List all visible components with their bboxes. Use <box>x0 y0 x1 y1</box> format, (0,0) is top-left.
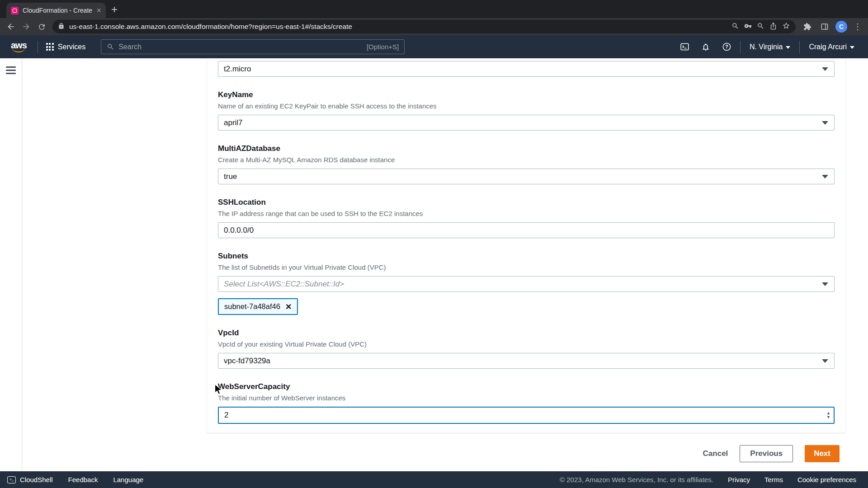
reload-icon[interactable] <box>35 20 48 33</box>
subnet-token-label: subnet-7a48af46 <box>224 302 280 311</box>
field-label: Subnets <box>218 251 835 261</box>
field-description: The IP address range that can be used to… <box>218 209 835 218</box>
tab-close-icon[interactable]: × <box>96 6 101 14</box>
cloudshell-icon[interactable] <box>674 35 695 58</box>
field-label: KeyName <box>218 90 835 99</box>
tab-title: CloudFormation - Create Stack <box>23 7 92 14</box>
webservercapacity-input[interactable] <box>218 407 835 424</box>
cloudformation-favicon <box>11 7 19 14</box>
instancetype-select[interactable]: t2.micro <box>218 61 835 77</box>
services-menu[interactable]: Services <box>41 35 91 58</box>
sshlocation-input[interactable] <box>224 226 829 235</box>
side-panel-icon[interactable] <box>818 20 831 33</box>
field-description: The list of SubnetIds in your Virtual Pr… <box>218 263 835 272</box>
spinner-down-icon[interactable]: ▼ <box>826 415 830 419</box>
hamburger-menu-icon[interactable] <box>6 66 16 74</box>
key-icon[interactable] <box>744 22 752 32</box>
keyname-select[interactable]: april7 <box>218 115 835 131</box>
next-button[interactable]: Next <box>805 445 840 462</box>
copyright-text: © 2023, Amazon Web Services, Inc. or its… <box>560 476 713 483</box>
browser-tabstrip: CloudFormation - Create Stack × + <box>0 0 868 18</box>
url-text: us-east-1.console.aws.amazon.com/cloudfo… <box>69 23 727 31</box>
console-search-input[interactable] <box>118 43 363 51</box>
bookmark-star-icon[interactable] <box>782 22 790 32</box>
field-subnets: Subnets The list of SubnetIds in your Vi… <box>218 251 835 315</box>
aws-logo[interactable]: aws <box>7 41 30 52</box>
aws-logo-swoosh <box>12 48 25 52</box>
page-body: t2.micro KeyName Name of an existing EC2… <box>0 58 868 471</box>
parameters-card: t2.micro KeyName Name of an existing EC2… <box>207 58 846 433</box>
vpcid-select-value: vpc-fd79329a <box>224 357 270 366</box>
forward-icon[interactable] <box>20 20 33 33</box>
account-name: Craig Arcuri <box>809 43 847 51</box>
cookie-preferences-link[interactable]: Cookie preferences <box>797 476 856 483</box>
field-multiazdatabase: MultiAZDatabase Create a Multi-AZ MySQL … <box>218 144 835 184</box>
subnet-token: subnet-7a48af46 × <box>218 298 298 315</box>
cloudshell-label: CloudShell <box>20 476 53 483</box>
collapsed-sidenav <box>0 58 22 471</box>
chevron-down-icon <box>822 121 828 125</box>
header-divider <box>38 41 38 53</box>
terms-link[interactable]: Terms <box>764 476 783 483</box>
vpcid-select[interactable]: vpc-fd79329a <box>218 353 835 369</box>
cancel-button[interactable]: Cancel <box>703 449 728 458</box>
privacy-link[interactable]: Privacy <box>728 476 750 483</box>
lock-icon[interactable] <box>58 23 65 31</box>
main-content: t2.micro KeyName Name of an existing EC2… <box>22 58 868 471</box>
browser-menu-icon[interactable]: ⋮ <box>852 23 863 31</box>
field-description: VpcId of your existing Virtual Private C… <box>218 340 835 348</box>
language-link[interactable]: Language <box>113 476 143 483</box>
field-vpcid: VpcId VpcId of your existing Virtual Pri… <box>218 328 835 369</box>
multiazdatabase-select[interactable]: true <box>218 169 835 184</box>
field-label: WebServerCapacity <box>218 382 835 391</box>
toolbar-right: C ⋮ <box>801 20 863 33</box>
url-bar[interactable]: us-east-1.console.aws.amazon.com/cloudfo… <box>52 20 796 33</box>
field-label: VpcId <box>218 328 835 338</box>
cloudshell-icon: >_ <box>7 476 16 483</box>
multiazdatabase-select-value: true <box>224 172 237 181</box>
console-search[interactable]: [Option+S] <box>101 39 405 54</box>
zoom-icon[interactable] <box>757 22 764 32</box>
back-icon[interactable] <box>5 20 17 33</box>
omnibox-icons <box>731 22 790 32</box>
field-label: SSHLocation <box>218 197 835 207</box>
subnets-select-placeholder: Select List<AWS::EC2::Subnet::Id> <box>224 280 344 289</box>
header-divider <box>740 41 741 53</box>
chevron-down-icon <box>786 46 790 49</box>
field-description: Name of an existing EC2 KeyPair to enabl… <box>218 102 835 110</box>
console-footer: >_ CloudShell Feedback Language © 2023, … <box>0 471 868 488</box>
share-icon[interactable] <box>769 22 777 32</box>
instancetype-select-value: t2.micro <box>224 65 251 74</box>
wizard-actions: Cancel Previous Next <box>207 445 846 462</box>
number-spinner[interactable]: ▲ ▼ <box>826 411 830 419</box>
search-icon <box>107 43 114 51</box>
chevron-down-icon <box>822 282 828 286</box>
chevron-down-icon <box>822 359 828 363</box>
field-description: Create a Multi-AZ MySQL Amazon RDS datab… <box>218 155 835 164</box>
keyname-select-value: april7 <box>224 118 243 127</box>
field-sshlocation: SSHLocation The IP address range that ca… <box>218 197 835 238</box>
search-icon[interactable] <box>731 22 739 32</box>
new-tab-icon[interactable]: + <box>111 4 118 15</box>
footer-cloudshell[interactable]: >_ CloudShell <box>7 476 53 483</box>
chevron-down-icon <box>850 46 854 49</box>
extensions-icon[interactable] <box>801 20 814 33</box>
field-webservercapacity: WebServerCapacity The initial number of … <box>218 382 835 424</box>
screen: CloudFormation - Create Stack × + us-eas… <box>0 0 868 488</box>
subnets-select[interactable]: Select List<AWS::EC2::Subnet::Id> <box>218 276 835 292</box>
services-label: Services <box>58 43 85 51</box>
aws-console-header: aws Services [Option+S] ? <box>0 35 868 58</box>
feedback-link[interactable]: Feedback <box>68 476 98 483</box>
account-menu[interactable]: Craig Arcuri <box>802 35 861 58</box>
previous-button[interactable]: Previous <box>740 445 793 462</box>
notifications-bell-icon[interactable] <box>695 35 716 58</box>
field-label: MultiAZDatabase <box>218 144 835 153</box>
browser-tab[interactable]: CloudFormation - Create Stack × <box>6 3 106 18</box>
region-selector[interactable]: N. Virginia <box>743 35 797 58</box>
header-divider <box>799 41 800 53</box>
svg-text:?: ? <box>725 44 728 49</box>
help-icon[interactable]: ? <box>716 35 737 58</box>
chevron-down-icon <box>822 175 828 178</box>
remove-token-icon[interactable]: × <box>286 302 292 312</box>
browser-profile-avatar[interactable]: C <box>835 21 847 33</box>
